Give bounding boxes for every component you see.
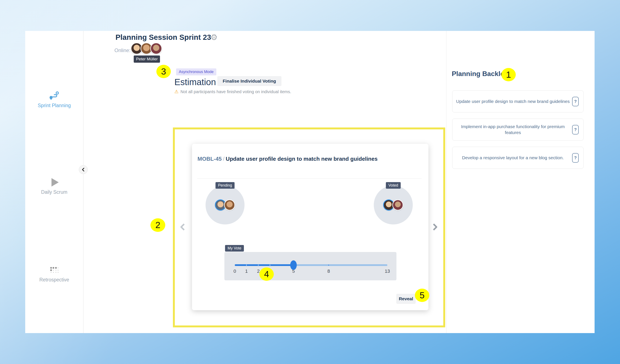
sidebar-item-retrospective[interactable]: Retrospective bbox=[25, 265, 83, 283]
sidebar-item-label: Sprint Planning bbox=[25, 103, 83, 108]
pending-voters-group: Pending bbox=[205, 185, 245, 225]
pending-avatars bbox=[215, 199, 235, 211]
annotation-marker-4: 4 bbox=[259, 267, 274, 281]
online-label: Online: bbox=[114, 47, 131, 53]
warning-text: Not all participants have finished votin… bbox=[181, 89, 291, 94]
scale-label-13: 13 bbox=[385, 269, 390, 274]
chevron-left-icon bbox=[81, 167, 85, 172]
slider-tick-2 bbox=[258, 265, 259, 266]
chevron-left-icon bbox=[179, 223, 186, 231]
avatar-tooltip: Peter Müller bbox=[134, 56, 160, 63]
annotation-marker-5: 5 bbox=[415, 288, 429, 302]
estimate-badge: ? bbox=[572, 125, 579, 135]
my-vote-tag: My Vote bbox=[225, 245, 244, 252]
slider-tick-8 bbox=[328, 265, 329, 266]
story-title: MOBL-45/Update user profile design to ma… bbox=[198, 156, 378, 162]
sidebar-item-label: Retrospective bbox=[25, 277, 83, 283]
vote-slider-panel: 0 1 2 3 5 8 13 bbox=[224, 252, 396, 280]
gear-icon[interactable]: ⚙ bbox=[210, 33, 217, 42]
voted-voters-group: Voted bbox=[374, 185, 413, 225]
warning-triangle-icon: ⚠ bbox=[174, 89, 179, 94]
sidebar-collapse-button[interactable] bbox=[79, 165, 88, 174]
backlog-item-title: Develop a responsive layout for a new bl… bbox=[456, 155, 572, 161]
backlog-item[interactable]: Implement in-app purchase functionality … bbox=[452, 119, 584, 141]
sidebar-divider bbox=[83, 31, 83, 333]
voting-warning: ⚠ Not all participants have finished vot… bbox=[174, 89, 291, 94]
sidebar-item-label: Daily Scrum bbox=[25, 189, 83, 195]
story-title-text: Update user profile design to match new … bbox=[226, 156, 378, 162]
vote-slider-fill bbox=[235, 264, 294, 266]
story-key: MOBL-45 bbox=[198, 156, 222, 162]
backlog-item[interactable]: Develop a responsive layout for a new bl… bbox=[452, 147, 584, 169]
dots-grid-icon bbox=[25, 265, 83, 275]
sidebar-item-sprint-planning[interactable]: Sprint Planning bbox=[25, 91, 83, 108]
voted-avatars bbox=[383, 199, 403, 211]
vote-slider-track[interactable] bbox=[235, 264, 387, 266]
scale-label-0: 0 bbox=[233, 269, 236, 274]
story-divider bbox=[197, 178, 422, 179]
page-title: Planning Session Sprint 23 bbox=[115, 33, 211, 42]
async-mode-badge: Asynchronous Mode bbox=[176, 68, 216, 76]
annotation-marker-3: 3 bbox=[156, 65, 171, 78]
chevron-right-icon bbox=[431, 223, 439, 231]
online-avatar-row bbox=[131, 43, 162, 54]
avatar-man-maroon[interactable] bbox=[392, 199, 403, 211]
estimation-heading: Estimation bbox=[174, 77, 216, 87]
scale-label-1: 1 bbox=[245, 269, 248, 274]
story-voting-card: MOBL-45/Update user profile design to ma… bbox=[192, 144, 428, 310]
annotation-marker-2: 2 bbox=[150, 218, 165, 232]
backlog-item-title: Implement in-app purchase functionality … bbox=[456, 124, 572, 136]
annotation-marker-1: 1 bbox=[501, 68, 516, 81]
slider-tick-3 bbox=[270, 265, 270, 266]
estimate-badge: ? bbox=[572, 153, 579, 163]
finalise-voting-button[interactable]: Finalise Individual Voting bbox=[217, 76, 281, 86]
sidebar-item-daily-scrum[interactable]: Daily Scrum bbox=[25, 177, 83, 195]
backlog-item-title: Update user profile design to match new … bbox=[456, 98, 572, 104]
play-icon bbox=[25, 177, 83, 187]
slider-tick-1 bbox=[246, 265, 247, 266]
voted-tag: Voted bbox=[386, 182, 401, 189]
scale-label-8: 8 bbox=[327, 269, 330, 274]
avatar-man-maroon[interactable] bbox=[150, 43, 162, 54]
vote-slider-handle[interactable] bbox=[290, 260, 297, 270]
avatar-man-dark-hair[interactable] bbox=[224, 199, 235, 211]
backlog-heading: Planning Backlog bbox=[452, 70, 509, 78]
story-separator: / bbox=[222, 156, 226, 162]
estimate-badge: ? bbox=[572, 97, 579, 106]
pending-tag: Pending bbox=[216, 182, 234, 189]
backlog-panel-divider bbox=[446, 31, 447, 333]
backlog-item[interactable]: Update user profile design to match new … bbox=[452, 91, 584, 112]
carousel-previous-button[interactable] bbox=[178, 222, 188, 232]
route-icon bbox=[25, 91, 83, 101]
carousel-next-button[interactable] bbox=[430, 222, 440, 232]
reveal-button[interactable]: Reveal bbox=[396, 294, 416, 304]
